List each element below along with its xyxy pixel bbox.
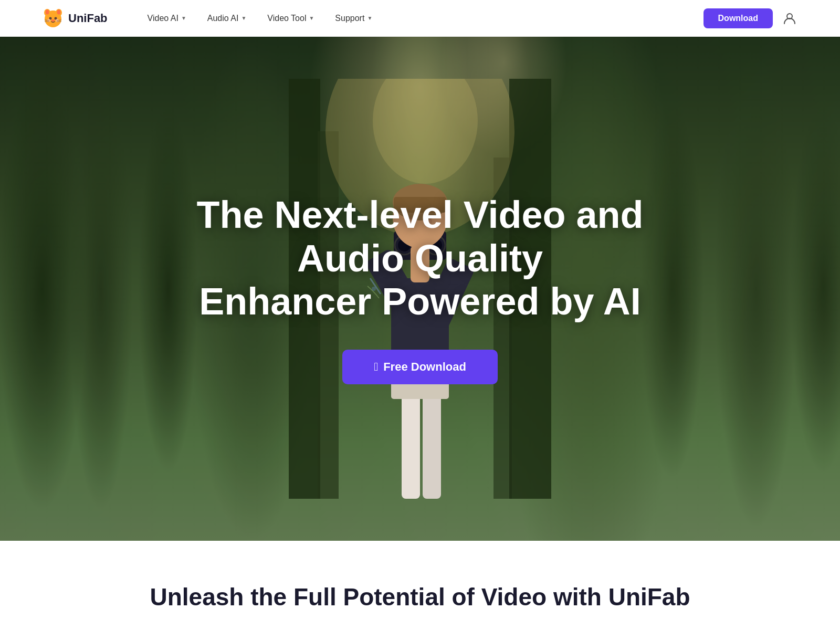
nav-download-button[interactable]: Download bbox=[704, 8, 773, 28]
chevron-down-icon: ▼ bbox=[181, 15, 186, 21]
hero-title: The Next-level Video and Audio Quality E… bbox=[184, 193, 656, 323]
nav-item-video-tool[interactable]: Video Tool ▼ bbox=[259, 9, 322, 27]
svg-point-4 bbox=[57, 9, 61, 14]
nav-item-audio-ai[interactable]: Audio AI ▼ bbox=[199, 9, 255, 27]
navbar: UniFab Video AI ▼ Audio AI ▼ Video Tool … bbox=[0, 0, 840, 37]
free-download-button[interactable]:  Free Download bbox=[342, 350, 498, 384]
chevron-down-icon: ▼ bbox=[367, 15, 372, 21]
nav-links: Video AI ▼ Audio AI ▼ Video Tool ▼ Suppo… bbox=[139, 9, 704, 27]
section-title: Unleash the Full Potential of Video with… bbox=[105, 583, 735, 611]
svg-point-7 bbox=[51, 19, 55, 22]
nav-item-video-ai[interactable]: Video AI ▼ bbox=[139, 9, 195, 27]
apple-icon:  bbox=[374, 360, 378, 374]
logo-icon bbox=[42, 7, 64, 29]
nav-right: Download bbox=[704, 8, 798, 28]
nav-item-support[interactable]: Support ▼ bbox=[327, 9, 381, 27]
hero-content: The Next-level Video and Audio Quality E… bbox=[0, 37, 840, 541]
chevron-down-icon: ▼ bbox=[309, 15, 314, 21]
content-section: Unleash the Full Potential of Video with… bbox=[0, 541, 840, 630]
user-account-icon[interactable] bbox=[781, 10, 798, 27]
hero-section: The Next-level Video and Audio Quality E… bbox=[0, 37, 840, 541]
chevron-down-icon: ▼ bbox=[241, 15, 246, 21]
logo[interactable]: UniFab bbox=[42, 7, 108, 29]
svg-point-3 bbox=[46, 9, 49, 14]
logo-text: UniFab bbox=[68, 12, 108, 25]
